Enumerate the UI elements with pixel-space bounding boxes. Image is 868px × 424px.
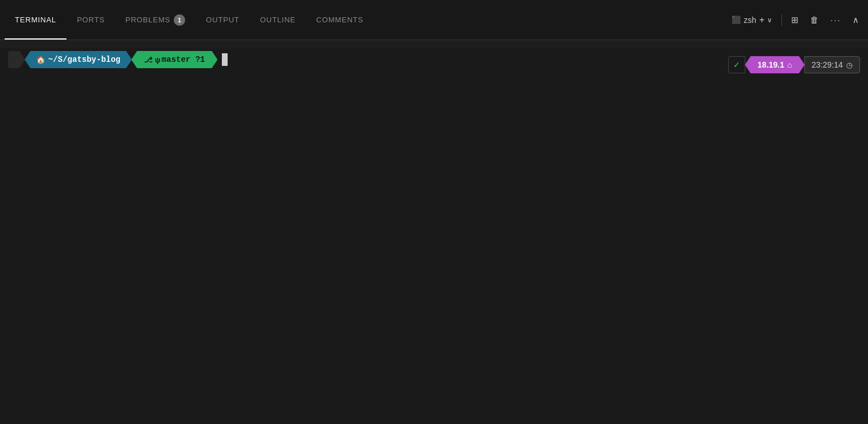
terminal-cursor [222, 53, 228, 66]
git-icon: ⎇ [144, 56, 153, 64]
tab-ports-label: PORTS [77, 15, 105, 24]
tab-comments[interactable]: COMMENTS [306, 0, 374, 40]
separator-1 [781, 14, 782, 26]
tab-output[interactable]: OUTPUT [196, 0, 249, 40]
tab-output-label: OUTPUT [206, 15, 239, 24]
shell-selector[interactable]: ⬛ zsh + ∨ [727, 13, 777, 28]
status-check-segment: ✓ [728, 56, 745, 73]
tab-bar: TERMINAL PORTS PROBLEMS 1 OUTPUT OUTLINE… [0, 0, 868, 40]
home-icon: ⌂ [787, 60, 792, 69]
split-terminal-button[interactable]: ⊞ [787, 13, 803, 28]
status-time-segment: 23:29:14 ◷ [804, 56, 861, 73]
path-label: ~/S/gatsby-blog [48, 55, 120, 64]
tab-terminal[interactable]: TERMINAL [5, 0, 67, 40]
tab-outline[interactable]: OUTLINE [250, 0, 306, 40]
prompt-bar: 🏠 ~/S/gatsby-blog ⎇ ψ master ?1 ✓ 18.19.… [8, 48, 860, 71]
split-icon: ⊞ [791, 15, 799, 25]
trash-icon: 🗑 [810, 15, 819, 25]
check-icon: ✓ [733, 60, 740, 69]
status-node-segment: 18.19.1 ⌂ [745, 56, 804, 73]
tab-outline-label: OUTLINE [260, 15, 296, 24]
time-value: 23:29:14 [812, 60, 843, 69]
delete-terminal-button[interactable]: 🗑 [806, 13, 823, 27]
folder-icon: 🏠 [36, 56, 45, 64]
branch-label: master ?1 [162, 55, 205, 64]
node-version: 18.19.1 [757, 60, 784, 69]
tab-problems[interactable]: PROBLEMS 1 [115, 0, 196, 40]
prompt-apple-segment [8, 51, 25, 68]
status-right: ✓ 18.19.1 ⌂ 23:29:14 ◷ [728, 56, 860, 73]
tab-comments-label: COMMENTS [316, 15, 363, 24]
prompt-path-segment: 🏠 ~/S/gatsby-blog [25, 51, 132, 68]
chevron-up-icon: ∧ [853, 15, 859, 25]
tab-terminal-label: TERMINAL [15, 15, 56, 24]
branch-icon: ψ [155, 56, 161, 64]
prompt-git-segment: ⎇ ψ master ?1 [131, 51, 217, 68]
chevron-down-icon: ∨ [767, 16, 772, 24]
problems-badge: 1 [174, 14, 185, 26]
terminal-area[interactable]: 🏠 ~/S/gatsby-blog ⎇ ψ master ?1 ✓ 18.19.… [0, 48, 868, 424]
more-actions-button[interactable]: ··· [826, 13, 846, 27]
terminal-icon: ⬛ [732, 16, 741, 23]
clock-icon: ◷ [846, 61, 853, 69]
more-icon: ··· [830, 15, 841, 25]
collapse-panel-button[interactable]: ∧ [848, 13, 863, 28]
tab-problems-label: PROBLEMS [126, 15, 171, 24]
toolbar-right: ⬛ zsh + ∨ ⊞ 🗑 ··· ∧ [727, 13, 863, 28]
shell-label: zsh [744, 15, 756, 25]
add-terminal-icon: + [759, 15, 764, 25]
tab-ports[interactable]: PORTS [67, 0, 115, 40]
